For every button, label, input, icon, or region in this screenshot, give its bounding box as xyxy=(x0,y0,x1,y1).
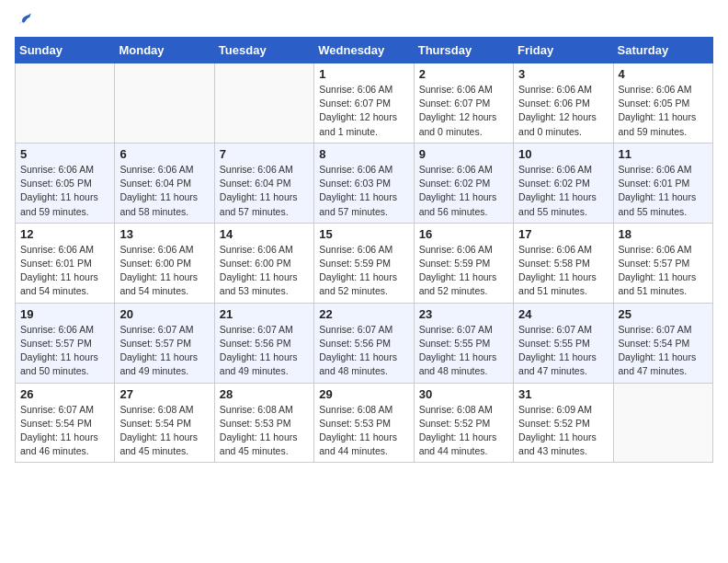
weekday-header-saturday: Saturday xyxy=(613,38,712,63)
page-header xyxy=(15,15,713,28)
calendar-cell-2-2: 14Sunrise: 6:06 AM Sunset: 6:00 PM Dayli… xyxy=(214,223,313,303)
day-info: Sunrise: 6:06 AM Sunset: 5:59 PM Dayligh… xyxy=(319,243,408,299)
calendar-cell-4-2: 28Sunrise: 6:08 AM Sunset: 5:53 PM Dayli… xyxy=(214,383,313,463)
day-number: 11 xyxy=(619,147,708,161)
weekday-header-thursday: Thursday xyxy=(414,38,513,63)
calendar-cell-0-0 xyxy=(16,63,115,144)
calendar-cell-4-0: 26Sunrise: 6:07 AM Sunset: 5:54 PM Dayli… xyxy=(16,383,115,463)
day-number: 25 xyxy=(619,307,708,321)
day-info: Sunrise: 6:08 AM Sunset: 5:53 PM Dayligh… xyxy=(220,403,309,459)
day-number: 20 xyxy=(119,307,209,321)
calendar-cell-4-3: 29Sunrise: 6:08 AM Sunset: 5:53 PM Dayli… xyxy=(314,383,414,463)
day-number: 19 xyxy=(20,307,109,321)
calendar-row-4: 26Sunrise: 6:07 AM Sunset: 5:54 PM Dayli… xyxy=(16,383,713,463)
day-info: Sunrise: 6:06 AM Sunset: 6:01 PM Dayligh… xyxy=(619,163,708,219)
calendar-row-0: 1Sunrise: 6:06 AM Sunset: 6:07 PM Daylig… xyxy=(16,63,713,144)
calendar-row-2: 12Sunrise: 6:06 AM Sunset: 6:01 PM Dayli… xyxy=(16,223,713,303)
day-info: Sunrise: 6:07 AM Sunset: 5:54 PM Dayligh… xyxy=(619,323,708,379)
weekday-header-monday: Monday xyxy=(115,38,214,63)
calendar-cell-1-5: 10Sunrise: 6:06 AM Sunset: 6:02 PM Dayli… xyxy=(514,143,613,223)
day-number: 13 xyxy=(119,227,209,241)
day-info: Sunrise: 6:06 AM Sunset: 6:05 PM Dayligh… xyxy=(619,83,708,139)
day-info: Sunrise: 6:06 AM Sunset: 5:58 PM Dayligh… xyxy=(518,243,608,299)
day-number: 17 xyxy=(518,227,608,241)
calendar-cell-2-6: 18Sunrise: 6:06 AM Sunset: 5:57 PM Dayli… xyxy=(613,223,712,303)
calendar-cell-1-1: 6Sunrise: 6:06 AM Sunset: 6:04 PM Daylig… xyxy=(115,143,214,223)
day-number: 26 xyxy=(20,387,109,401)
day-number: 23 xyxy=(419,307,508,321)
day-number: 6 xyxy=(119,147,209,161)
calendar-cell-4-6 xyxy=(613,383,712,463)
calendar-cell-3-3: 22Sunrise: 6:07 AM Sunset: 5:56 PM Dayli… xyxy=(314,303,414,383)
day-info: Sunrise: 6:07 AM Sunset: 5:55 PM Dayligh… xyxy=(419,323,508,379)
calendar-cell-1-0: 5Sunrise: 6:06 AM Sunset: 6:05 PM Daylig… xyxy=(16,143,115,223)
weekday-header-friday: Friday xyxy=(514,38,613,63)
day-number: 27 xyxy=(119,387,209,401)
logo xyxy=(15,15,33,28)
day-info: Sunrise: 6:06 AM Sunset: 6:02 PM Dayligh… xyxy=(518,163,608,219)
calendar-cell-0-5: 3Sunrise: 6:06 AM Sunset: 6:06 PM Daylig… xyxy=(514,63,613,144)
weekday-header-wednesday: Wednesday xyxy=(314,38,414,63)
calendar-cell-3-4: 23Sunrise: 6:07 AM Sunset: 5:55 PM Dayli… xyxy=(414,303,513,383)
day-info: Sunrise: 6:08 AM Sunset: 5:54 PM Dayligh… xyxy=(119,403,209,459)
day-info: Sunrise: 6:07 AM Sunset: 5:57 PM Dayligh… xyxy=(119,323,209,379)
weekday-header-tuesday: Tuesday xyxy=(214,38,313,63)
day-number: 3 xyxy=(518,67,608,81)
calendar-cell-2-1: 13Sunrise: 6:06 AM Sunset: 6:00 PM Dayli… xyxy=(115,223,214,303)
day-info: Sunrise: 6:06 AM Sunset: 6:04 PM Dayligh… xyxy=(220,163,309,219)
day-info: Sunrise: 6:06 AM Sunset: 6:06 PM Dayligh… xyxy=(518,83,608,139)
day-info: Sunrise: 6:06 AM Sunset: 6:03 PM Dayligh… xyxy=(319,163,408,219)
calendar-table: SundayMondayTuesdayWednesdayThursdayFrid… xyxy=(15,37,713,463)
calendar-cell-4-1: 27Sunrise: 6:08 AM Sunset: 5:54 PM Dayli… xyxy=(115,383,214,463)
calendar-cell-2-3: 15Sunrise: 6:06 AM Sunset: 5:59 PM Dayli… xyxy=(314,223,414,303)
day-info: Sunrise: 6:06 AM Sunset: 6:05 PM Dayligh… xyxy=(20,163,109,219)
day-number: 7 xyxy=(220,147,309,161)
day-info: Sunrise: 6:06 AM Sunset: 6:07 PM Dayligh… xyxy=(319,83,408,139)
calendar-cell-4-5: 31Sunrise: 6:09 AM Sunset: 5:52 PM Dayli… xyxy=(514,383,613,463)
calendar-cell-0-1 xyxy=(115,63,214,144)
day-info: Sunrise: 6:08 AM Sunset: 5:52 PM Dayligh… xyxy=(419,403,508,459)
calendar-cell-3-2: 21Sunrise: 6:07 AM Sunset: 5:56 PM Dayli… xyxy=(214,303,313,383)
day-info: Sunrise: 6:06 AM Sunset: 5:57 PM Dayligh… xyxy=(619,243,708,299)
day-info: Sunrise: 6:09 AM Sunset: 5:52 PM Dayligh… xyxy=(518,403,608,459)
day-info: Sunrise: 6:07 AM Sunset: 5:54 PM Dayligh… xyxy=(20,403,109,459)
day-number: 30 xyxy=(419,387,508,401)
day-number: 31 xyxy=(518,387,608,401)
day-number: 10 xyxy=(518,147,608,161)
logo-bird-icon xyxy=(17,11,33,28)
day-info: Sunrise: 6:07 AM Sunset: 5:56 PM Dayligh… xyxy=(220,323,309,379)
calendar-cell-3-6: 25Sunrise: 6:07 AM Sunset: 5:54 PM Dayli… xyxy=(613,303,712,383)
day-number: 22 xyxy=(319,307,408,321)
calendar-header-row: SundayMondayTuesdayWednesdayThursdayFrid… xyxy=(16,38,713,63)
calendar-row-3: 19Sunrise: 6:06 AM Sunset: 5:57 PM Dayli… xyxy=(16,303,713,383)
day-info: Sunrise: 6:06 AM Sunset: 6:02 PM Dayligh… xyxy=(419,163,508,219)
calendar-cell-1-6: 11Sunrise: 6:06 AM Sunset: 6:01 PM Dayli… xyxy=(613,143,712,223)
day-number: 2 xyxy=(419,67,508,81)
day-number: 8 xyxy=(319,147,408,161)
day-number: 28 xyxy=(220,387,309,401)
day-number: 24 xyxy=(518,307,608,321)
day-number: 1 xyxy=(319,67,408,81)
day-info: Sunrise: 6:06 AM Sunset: 6:04 PM Dayligh… xyxy=(119,163,209,219)
calendar-cell-0-4: 2Sunrise: 6:06 AM Sunset: 6:07 PM Daylig… xyxy=(414,63,513,144)
day-info: Sunrise: 6:06 AM Sunset: 5:59 PM Dayligh… xyxy=(419,243,508,299)
calendar-cell-3-1: 20Sunrise: 6:07 AM Sunset: 5:57 PM Dayli… xyxy=(115,303,214,383)
day-number: 12 xyxy=(20,227,109,241)
day-info: Sunrise: 6:06 AM Sunset: 6:00 PM Dayligh… xyxy=(220,243,309,299)
day-number: 29 xyxy=(319,387,408,401)
calendar-cell-0-3: 1Sunrise: 6:06 AM Sunset: 6:07 PM Daylig… xyxy=(314,63,414,144)
calendar-cell-1-2: 7Sunrise: 6:06 AM Sunset: 6:04 PM Daylig… xyxy=(214,143,313,223)
calendar-cell-0-2 xyxy=(214,63,313,144)
day-number: 21 xyxy=(220,307,309,321)
calendar-cell-2-4: 16Sunrise: 6:06 AM Sunset: 5:59 PM Dayli… xyxy=(414,223,513,303)
day-number: 4 xyxy=(619,67,708,81)
calendar-cell-1-4: 9Sunrise: 6:06 AM Sunset: 6:02 PM Daylig… xyxy=(414,143,513,223)
day-number: 14 xyxy=(220,227,309,241)
calendar-row-1: 5Sunrise: 6:06 AM Sunset: 6:05 PM Daylig… xyxy=(16,143,713,223)
calendar-cell-3-0: 19Sunrise: 6:06 AM Sunset: 5:57 PM Dayli… xyxy=(16,303,115,383)
day-info: Sunrise: 6:06 AM Sunset: 6:07 PM Dayligh… xyxy=(419,83,508,139)
calendar-cell-2-0: 12Sunrise: 6:06 AM Sunset: 6:01 PM Dayli… xyxy=(16,223,115,303)
day-number: 18 xyxy=(619,227,708,241)
day-number: 16 xyxy=(419,227,508,241)
day-info: Sunrise: 6:07 AM Sunset: 5:55 PM Dayligh… xyxy=(518,323,608,379)
